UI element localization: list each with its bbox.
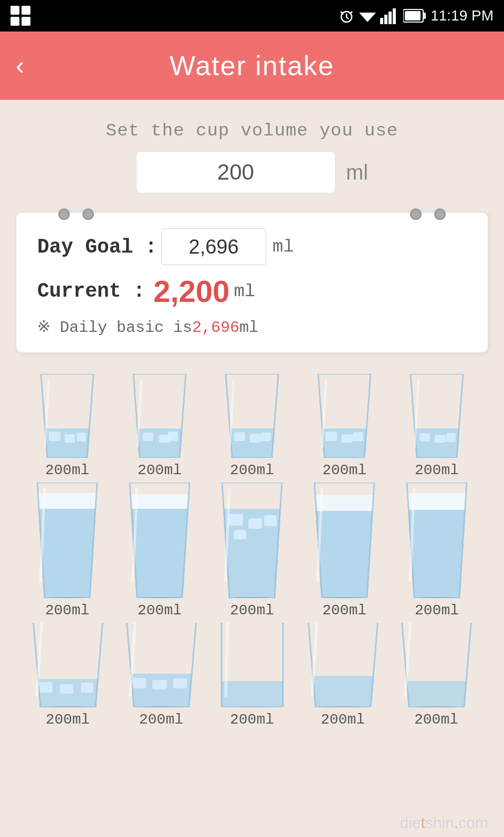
day-goal-unit: ml	[272, 237, 294, 257]
svg-rect-82	[407, 510, 467, 598]
glass-item[interactable]: 200ml	[120, 483, 199, 619]
battery-icon	[403, 8, 426, 23]
svg-line-2	[346, 17, 349, 19]
signal-icon	[380, 7, 399, 24]
svg-rect-47	[419, 433, 430, 442]
glass-label: 200ml	[45, 462, 89, 478]
glass-item[interactable]: 200ml	[308, 374, 381, 478]
svg-rect-76	[314, 511, 374, 598]
glass-label: 200ml	[45, 602, 89, 619]
daily-basic-value: 2,696	[192, 319, 239, 337]
svg-rect-97	[152, 680, 167, 689]
glass-label: 200ml	[138, 462, 182, 478]
header: ‹ Water intake	[0, 32, 504, 100]
glass-svg-tall	[120, 483, 199, 598]
glass-item[interactable]: 200ml	[215, 374, 289, 478]
status-bar-left	[10, 6, 30, 26]
wifi-icon	[359, 7, 376, 24]
glass-svg	[215, 374, 289, 458]
glass-item[interactable]: 200ml	[121, 623, 202, 728]
current-value: 2,200	[153, 274, 229, 309]
watermark: dietshin.com	[400, 814, 488, 832]
svg-rect-15	[49, 432, 60, 441]
glass-label: 200ml	[414, 712, 458, 728]
status-bar-right: 11:19 PM	[338, 7, 494, 24]
svg-rect-81	[407, 493, 467, 510]
day-goal-label: Day Goal :	[37, 236, 157, 258]
glass-item[interactable]: 200ml	[214, 623, 290, 728]
pin-left-1	[58, 208, 70, 220]
glass-svg-tall	[397, 483, 476, 598]
svg-rect-49	[446, 433, 456, 442]
svg-rect-70	[234, 530, 246, 539]
svg-rect-25	[168, 432, 178, 441]
glass-svg-wide	[27, 623, 109, 707]
cup-volume-row: ml	[16, 151, 488, 193]
glass-item[interactable]: 200ml	[397, 483, 476, 619]
svg-rect-30	[226, 428, 278, 458]
svg-rect-14	[41, 428, 93, 458]
svg-rect-32	[250, 434, 261, 443]
glass-svg	[30, 374, 104, 458]
glass-item[interactable]: 200ml	[396, 623, 477, 728]
page-title: Water intake	[170, 50, 334, 81]
current-row: Current : 2,200 ml	[37, 274, 467, 309]
svg-line-3	[341, 12, 343, 14]
glass-label: 200ml	[415, 462, 459, 478]
glasses-section: 200ml 200ml	[16, 369, 488, 737]
svg-rect-60	[130, 494, 190, 509]
svg-rect-108	[308, 676, 379, 707]
svg-rect-23	[143, 433, 153, 441]
glass-item[interactable]: 200ml	[30, 374, 104, 478]
svg-rect-103	[222, 681, 283, 707]
svg-rect-55	[37, 509, 97, 598]
current-unit: ml	[234, 281, 255, 301]
svg-rect-75	[314, 495, 374, 511]
glass-label: 200ml	[230, 462, 274, 478]
glasses-row-3: 200ml 200ml	[16, 623, 488, 728]
glass-svg-wide	[396, 623, 477, 707]
daily-basic-row: ※ Daily basic is2,696ml	[37, 317, 467, 337]
glass-item[interactable]: 200ml	[305, 483, 384, 619]
svg-rect-41	[353, 432, 363, 441]
glass-label: 200ml	[46, 712, 90, 728]
glass-item[interactable]: 200ml	[123, 374, 196, 478]
svg-marker-5	[359, 13, 376, 22]
glass-label: 200ml	[322, 602, 366, 619]
svg-rect-12	[405, 11, 421, 20]
glass-svg-wide-tall	[214, 623, 290, 707]
svg-rect-98	[173, 678, 187, 688]
glass-svg	[123, 374, 196, 458]
glass-label: 200ml	[415, 602, 459, 619]
time-display: 11:19 PM	[430, 7, 494, 24]
notepad-card: Day Goal : ml Current : 2,200 ml ※ Daily…	[16, 212, 488, 353]
glass-item[interactable]: 200ml	[302, 623, 384, 728]
svg-rect-67	[228, 514, 243, 526]
glass-svg	[308, 374, 381, 458]
glass-item[interactable]: 200ml	[28, 483, 107, 619]
svg-rect-89	[60, 684, 74, 694]
glass-label: 200ml	[321, 712, 365, 728]
current-label: Current :	[37, 280, 145, 302]
daily-basic-prefix: ※ Daily basic is	[37, 319, 192, 337]
back-button[interactable]: ‹	[16, 53, 24, 78]
glass-svg-tall	[305, 483, 384, 598]
glass-item[interactable]: 200ml	[27, 623, 109, 728]
glass-item[interactable]: 200ml	[213, 483, 291, 619]
glass-label: 200ml	[138, 602, 182, 619]
svg-rect-69	[264, 515, 277, 526]
svg-rect-8	[388, 12, 392, 24]
cup-volume-unit: ml	[346, 161, 368, 184]
glass-item[interactable]: 200ml	[400, 374, 474, 478]
day-goal-input[interactable]	[161, 228, 266, 265]
glass-svg-wide	[121, 623, 202, 707]
svg-rect-6	[380, 18, 383, 24]
cup-volume-input[interactable]	[136, 151, 335, 193]
svg-rect-96	[132, 678, 146, 688]
glass-svg-tall	[213, 483, 291, 598]
glass-svg-tall	[28, 483, 107, 598]
svg-rect-11	[423, 13, 426, 19]
glass-label: 200ml	[322, 462, 366, 478]
notepad-pins	[16, 208, 488, 220]
svg-rect-9	[393, 8, 396, 24]
